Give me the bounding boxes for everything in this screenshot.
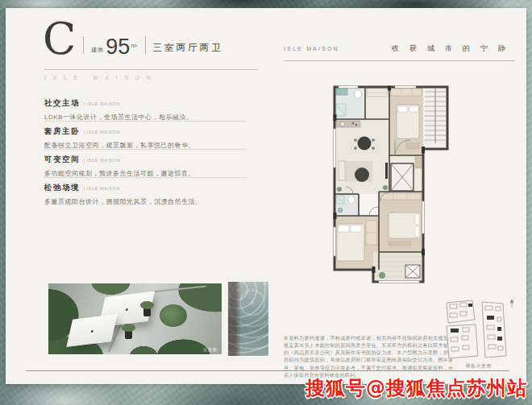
photo-caption: 示意图 — [203, 347, 218, 352]
courtyard-photo: 示意图 — [48, 283, 222, 354]
area-prefix: 建面 — [91, 46, 104, 54]
feature-divider — [44, 177, 246, 178]
feature-title: 可变空间 — [44, 155, 80, 165]
bottom-rule — [26, 370, 509, 371]
layout-card: C 建面 95 m² 三室两厅两卫 ISLE MAISON 社交主场 | ISL… — [6, 8, 526, 384]
unit-letter: C — [43, 19, 76, 60]
north-arrow-icon — [510, 300, 513, 308]
umbrella — [66, 314, 117, 347]
right-brand-label: ISLE MAISON — [284, 46, 339, 52]
area-group: 建面 95 m² — [91, 38, 137, 56]
room-layout-text: 三室两厅两卫 — [153, 42, 223, 54]
feature-divider — [44, 149, 246, 150]
feature-title: 松弛场境 — [44, 183, 80, 193]
floor-plan — [329, 79, 451, 291]
brand-letterspaced: ISLE MAISON — [44, 75, 158, 81]
tree — [160, 304, 187, 327]
unit-header: C 建面 95 m² 三室两厅两卫 — [43, 19, 223, 60]
feature-brand-suffix: | ISLE MAISON — [84, 101, 120, 106]
area-value: 95 — [106, 38, 130, 56]
header-rule — [44, 69, 258, 70]
feature-title-row: 可变空间 | ISLE MAISON — [44, 155, 247, 165]
planter — [125, 330, 132, 339]
right-slogan: 收获城市的宁静 — [392, 43, 516, 54]
feature-flex-space: 可变空间 | ISLE MAISON 多功能空间规划，预设多元生活可能，邂逅惊喜… — [44, 155, 247, 178]
disclaimer-text: 本资料为要约邀请，不构成要约或承诺，相关内容不排除因政府相关规划、规定及出卖人未… — [284, 335, 454, 379]
feature-social: 社交主场 | ISLE MAISON LDKB一体化设计，全场景生活中心，相乐融… — [44, 98, 247, 122]
feature-body: 多重景观阳台设计，拥揽阳光风景，沉浸自然生活。 — [44, 197, 247, 206]
feature-title-row: 套房主卧 | ISLE MAISON — [44, 126, 247, 137]
feature-title: 社交主场 — [44, 98, 80, 109]
feature-divider — [44, 121, 246, 122]
feature-title-row: 松弛场境 | ISLE MAISON — [44, 183, 247, 193]
feature-title-row: 社交主场 | ISLE MAISON — [44, 98, 247, 109]
right-header-rule — [284, 60, 515, 61]
poster-stage: C 建面 95 m² 三室两厅两卫 ISLE MAISON 社交主场 | ISL… — [0, 0, 532, 405]
feature-brand-suffix: | ISLE MAISON — [84, 130, 120, 134]
feature-brand-suffix: | ISLE MAISON — [84, 158, 120, 163]
header-divider-1 — [83, 36, 84, 54]
paving-line — [152, 285, 206, 292]
planter — [143, 308, 151, 316]
feature-master-suite: 套房主卧 | ISLE MAISON 配备独立卫浴空间，观景飘窗，私享悦己的奢华… — [44, 126, 247, 150]
area-unit: m² — [131, 43, 137, 48]
watermark-text: 搜狐号@搜狐焦点苏州站 — [305, 375, 527, 401]
keyplan-diagram — [442, 298, 516, 364]
keyplan-caption: 楼栋示意图 — [442, 363, 516, 369]
feature-relax-scene: 松弛场境 | ISLE MAISON 多重景观阳台设计，拥揽阳光风景，沉浸自然生… — [44, 183, 247, 206]
water-texture-strip — [228, 282, 268, 356]
header-divider-2 — [145, 36, 146, 54]
feature-title: 套房主卧 — [44, 126, 80, 137]
feature-brand-suffix: | ISLE MAISON — [84, 186, 120, 191]
